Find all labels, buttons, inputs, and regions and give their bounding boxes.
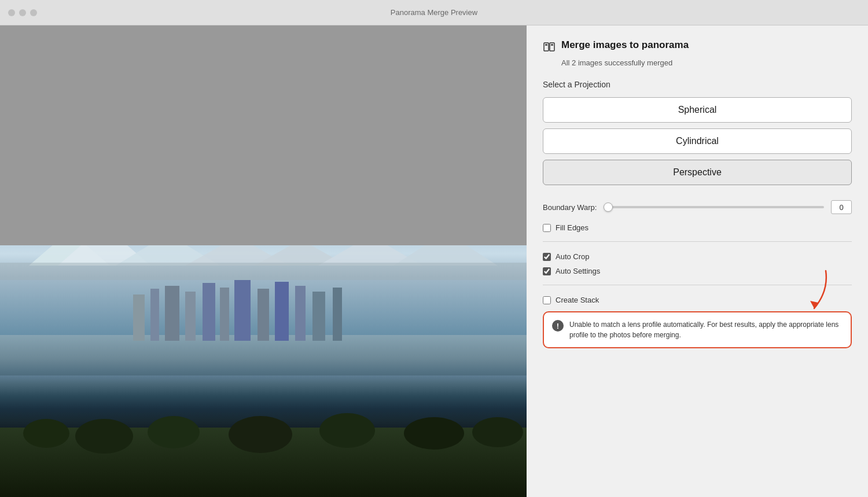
svg-point-25 [148,416,200,448]
panel-title-group: Merge images to panorama [561,39,689,51]
fill-edges-checkbox[interactable] [543,224,551,232]
auto-crop-checkbox[interactable] [543,253,551,261]
svg-point-27 [319,413,375,448]
fill-edges-label[interactable]: Fill Edges [556,223,589,232]
svg-rect-21 [333,288,342,341]
svg-rect-17 [258,289,269,341]
svg-rect-33 [551,44,553,46]
svg-point-29 [472,417,523,447]
titlebar: Panorama Merge Preview [0,0,868,25]
panel-title: Merge images to panorama [561,39,689,51]
svg-rect-9 [0,335,527,375]
close-button[interactable] [8,9,15,16]
svg-rect-20 [312,292,325,341]
svg-rect-13 [185,292,196,341]
traffic-lights [8,9,37,16]
svg-rect-10 [133,294,145,341]
auto-settings-checkbox[interactable] [543,267,551,275]
svg-rect-19 [295,286,306,341]
warning-box: ! Unable to match a lens profile automat… [543,311,852,348]
preview-panorama [0,245,527,497]
right-panel: Merge images to panorama All 2 images su… [527,25,868,497]
svg-rect-18 [275,282,289,341]
svg-rect-16 [234,280,251,341]
merge-images-icon [543,41,556,53]
fill-edges-row: Fill Edges [543,223,852,232]
auto-crop-label[interactable]: Auto Crop [556,252,590,261]
auto-settings-row: Auto Settings [543,267,852,275]
svg-point-24 [75,419,133,454]
spherical-button[interactable]: Spherical [543,97,852,123]
svg-rect-11 [150,289,159,341]
boundary-warp-slider[interactable] [604,206,824,208]
boundary-warp-label: Boundary Warp: [543,203,597,212]
svg-rect-12 [165,286,179,341]
auto-settings-label[interactable]: Auto Settings [556,267,600,275]
warning-container: ! Unable to match a lens profile automat… [543,311,852,348]
projection-section-label: Select a Projection [543,80,852,89]
perspective-button[interactable]: Perspective [543,160,852,185]
divider-2 [543,285,852,285]
svg-point-26 [229,416,292,453]
svg-rect-14 [203,283,215,341]
warning-text: Unable to match a lens profile automatic… [569,319,843,340]
divider-1 [543,241,852,242]
preview-top-gray [0,25,527,245]
preview-area [0,25,527,497]
minimize-button[interactable] [19,9,26,16]
svg-point-23 [23,419,69,448]
auto-crop-row: Auto Crop [543,252,852,261]
main-content: Merge images to panorama All 2 images su… [0,25,868,497]
panorama-image [0,245,527,497]
boundary-warp-row: Boundary Warp: [543,200,852,214]
panel-subtitle: All 2 images successfully merged [543,58,852,67]
create-stack-checkbox[interactable] [543,296,551,304]
svg-point-28 [404,417,464,450]
cylindrical-button[interactable]: Cylindrical [543,128,852,154]
create-stack-label[interactable]: Create Stack [556,296,599,304]
boundary-warp-value[interactable] [831,200,852,214]
create-stack-row: Create Stack [543,296,852,304]
panel-header: Merge images to panorama [543,39,852,53]
maximize-button[interactable] [30,9,37,16]
svg-rect-15 [220,288,229,341]
window-title: Panorama Merge Preview [391,8,477,17]
svg-rect-8 [0,263,527,280]
warning-icon: ! [552,320,564,332]
svg-rect-32 [545,44,547,46]
